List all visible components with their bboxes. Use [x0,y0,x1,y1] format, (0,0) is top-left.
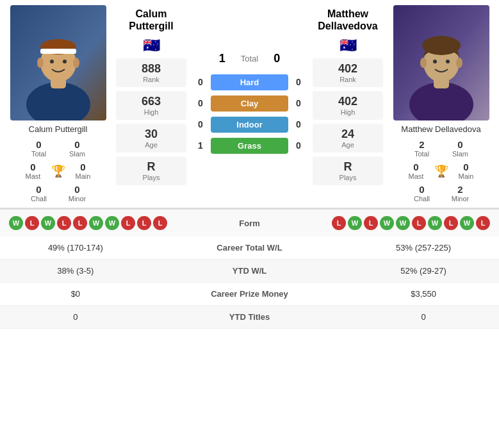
form-badge-right: W [380,216,394,230]
form-badge-left: L [153,216,167,230]
career-wl-left: 49% (170-174) [0,236,151,260]
form-badge-left: L [25,216,39,230]
form-badge-right: L [332,216,346,230]
hard-row: 0 Hard 0 [194,74,305,90]
form-badge-right: L [476,216,490,230]
clay-left-score: 0 [194,98,207,108]
form-badge-left: L [137,216,151,230]
right-flag: 🇦🇺 [339,37,357,54]
left-plays-stat: R Plays [116,156,186,185]
right-info-panel: Matthew Dellavedova 🇦🇺 402 Rank 402 High… [310,5,386,203]
form-badge-right: W [348,216,362,230]
left-minor-stat: 0 Minor [65,184,90,203]
form-badge-left: W [105,216,119,230]
left-stat-row3: 0 Chall 0 Minor [26,184,90,203]
right-main-stat: 0 Main [454,162,479,180]
left-main-stat: 0 Main [70,162,96,180]
right-player-name-header: Matthew Dellavedova [310,8,386,32]
hard-left-score: 0 [194,77,207,87]
left-high-stat: 663 High [116,91,186,120]
indoor-badge: Indoor [211,117,288,133]
top-section: Calum Puttergill 0 Total 0 Slam 0 Mast 🏆 [0,0,499,208]
left-rank-stat: 888 Rank [116,58,186,87]
right-age-stat: 24 Age [313,124,383,153]
right-slam-stat: 0 Slam [448,139,473,158]
clay-badge: Clay [211,95,288,112]
prize-left: $0 [0,283,151,306]
right-minor-stat: 2 Minor [448,184,473,203]
hard-badge: Hard [211,74,288,90]
career-wl-row: 49% (170-174) Career Total W/L 53% (257-… [0,236,499,260]
form-badge-left: W [41,216,55,230]
grass-row: 1 Grass 0 [194,138,305,154]
ytd-wl-row: 38% (3-5) YTD W/L 52% (29-27) [0,260,499,283]
form-badge-right: W [460,216,474,230]
match-panel: 1 Total 0 0 Hard 0 0 Clay 0 0 Indoor 0 [192,5,307,203]
right-high-stat: 402 High [313,91,383,120]
svg-point-8 [37,58,44,68]
right-mast-stat: 0 Mast [404,162,429,180]
right-chall-stat: 0 Chall [409,184,435,203]
form-badge-right: L [444,216,458,230]
hard-right-score: 0 [292,77,305,87]
left-stat-row2: 0 Mast 🏆 0 Main [20,162,96,180]
left-player-photo [10,5,106,120]
right-form-badges: LWLWWLWLWL [332,216,490,230]
total-left: 1 [219,52,225,65]
right-player-photo [393,5,489,120]
prize-label: Career Prize Money [151,283,348,306]
career-wl-right: 53% (257-225) [348,236,499,260]
form-badge-right: L [364,216,378,230]
grass-left-score: 1 [194,140,207,151]
total-label: Total [241,54,258,63]
form-badge-right: W [396,216,410,230]
left-total-stat: 0 Total [26,139,52,158]
left-age-stat: 30 Age [116,124,186,153]
svg-point-6 [50,60,54,63]
left-player-name: Calum Puttergill [29,124,88,134]
total-row: 1 Total 0 [219,52,281,65]
left-flag: 🇦🇺 [143,37,160,54]
right-stat-row3: 0 Chall 2 Minor [409,184,473,203]
right-player-name: Matthew Dellavedova [401,124,480,134]
right-player-column: Matthew Dellavedova 2 Total 0 Slam 0 Mas… [388,5,494,203]
left-mast-stat: 0 Mast [20,162,46,180]
left-chall-stat: 0 Chall [26,184,52,203]
left-info-panel: Calum Puttergill 🇦🇺 888 Rank 663 High 30… [113,5,189,203]
main-container: Calum Puttergill 0 Total 0 Slam 0 Mast 🏆 [0,0,499,329]
form-badge-left: L [57,216,71,230]
svg-point-17 [420,58,427,68]
form-badge-left: W [9,216,23,230]
indoor-left-score: 0 [194,119,207,129]
stats-table: 49% (170-174) Career Total W/L 53% (257-… [0,236,499,329]
form-badge-left: L [73,216,87,230]
left-form-badges: WLWLLWWLLL [9,216,167,230]
right-plays-stat: R Plays [313,156,383,185]
total-right: 0 [274,52,280,65]
ytd-titles-left: 0 [0,306,151,329]
right-total-stat: 2 Total [409,139,435,158]
indoor-right-score: 0 [292,119,305,129]
ytd-wl-label: YTD W/L [151,260,348,283]
form-badge-right: W [428,216,442,230]
left-stat-row1: 0 Total 0 Slam [26,139,90,158]
left-player-name-header: Calum Puttergill [113,8,189,32]
grass-badge: Grass [211,138,288,154]
ytd-titles-right: 0 [348,306,499,329]
form-badge-left: L [121,216,135,230]
svg-point-15 [433,60,437,63]
indoor-row: 0 Indoor 0 [194,117,305,133]
ytd-wl-right: 52% (29-27) [348,260,499,283]
ytd-titles-label: YTD Titles [151,306,348,329]
svg-point-16 [446,60,450,63]
form-badge-right: L [412,216,426,230]
clay-row: 0 Clay 0 [194,95,305,112]
right-rank-stat: 402 Rank [313,58,383,87]
grass-right-score: 0 [292,140,305,151]
svg-rect-5 [40,49,76,54]
right-trophy-icon: 🏆 [434,164,448,178]
ytd-wl-left: 38% (3-5) [0,260,151,283]
clay-right-score: 0 [292,98,305,108]
prize-row: $0 Career Prize Money $3,550 [0,283,499,306]
career-wl-label: Career Total W/L [151,236,348,260]
